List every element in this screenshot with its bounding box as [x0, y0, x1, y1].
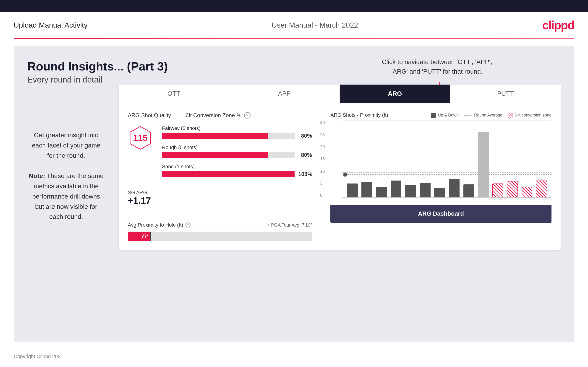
tab-app[interactable]: APP — [229, 84, 340, 103]
chart-bar — [433, 120, 446, 197]
upload-link[interactable]: Upload Manual Activity — [14, 21, 88, 29]
card-left: ARG Shot Quality 6ft Conversion Zone % ?… — [119, 103, 321, 250]
shot-quality-header: ARG Shot Quality 6ft Conversion Zone % ? — [128, 112, 312, 118]
header-divider — [14, 38, 574, 39]
chart-bar-hatched — [492, 120, 504, 197]
shot-bars: Fairway (5 shots) 80% Rough (5 shots) — [162, 125, 312, 183]
chart-bars — [342, 120, 552, 197]
page-subtitle: Every round in detail — [27, 75, 561, 84]
chart-bar — [361, 120, 373, 197]
chart-bar-hatched — [506, 120, 519, 197]
tab-arg[interactable]: ARG — [340, 84, 450, 103]
legend-square-icon — [431, 113, 436, 118]
chart-header: ARG Shots - Proximity (ft) Up & Down Rou… — [330, 112, 552, 118]
chart-bar — [390, 120, 403, 197]
arg-dashboard-button[interactable]: ARG Dashboard — [330, 205, 552, 223]
legend-updown: Up & Down — [431, 113, 459, 118]
chart-bar — [346, 120, 359, 197]
hex-bars-container: 115 Fairway (5 shots) 80% — [128, 125, 312, 183]
bar-fill-sand — [162, 171, 294, 177]
main-content: Round Insights... (Part 3) Every round i… — [14, 46, 574, 342]
prox-bar-fill: 77' — [128, 232, 150, 241]
chart-bar — [375, 120, 388, 197]
bar-fairway: Fairway (5 shots) 80% — [162, 125, 312, 139]
hex-badge: 115 — [128, 125, 153, 150]
chart-wrapper: 30 25 20 15 10 5 0 — [330, 120, 552, 198]
legend-conversion: 6 ft conversion zone — [508, 113, 552, 118]
footer: Copyright Clippd 2021 — [0, 349, 588, 364]
chart-bar-highlight — [477, 120, 490, 197]
help-icon[interactable]: ? — [244, 112, 251, 118]
bar-rough: Rough (5 shots) 80% — [162, 144, 312, 158]
note-label: Note: — [29, 172, 45, 179]
chart-bar-hatched — [535, 120, 548, 197]
conversion-zone-label: 6ft Conversion Zone % — [185, 112, 241, 118]
legend-hatched-icon — [508, 113, 513, 118]
chart-legend: Up & Down Round Average 6 ft conversion … — [431, 113, 552, 118]
legend-round-avg: Round Average — [464, 113, 502, 118]
copyright: Copyright Clippd 2021 — [14, 354, 63, 359]
chart-bar — [419, 120, 432, 197]
prox-help-icon[interactable]: ? — [185, 223, 190, 227]
card-right: ARG Shots - Proximity (ft) Up & Down Rou… — [321, 103, 561, 250]
bar-sand: Sand (1 shots) 100% — [162, 164, 312, 177]
proximity-section: Avg Proximity to Hole (ft) ? ↑ PGA Tour … — [128, 215, 312, 241]
tab-ott[interactable]: OTT — [119, 84, 229, 103]
prox-bar-container: 77' — [128, 232, 312, 241]
chart-bar — [462, 120, 475, 197]
pga-avg: ↑ PGA Tour Avg: 7'10" — [268, 223, 312, 228]
chart-bar — [448, 120, 461, 197]
chart-bar-hatched — [520, 120, 533, 197]
hex-number: 115 — [133, 133, 147, 143]
prox-cursor — [150, 232, 151, 241]
legend-dash-icon — [464, 115, 472, 116]
chart-area: 8 ◄ — [342, 120, 552, 198]
bar-fill-fairway — [162, 133, 268, 139]
logo: clippd — [542, 18, 574, 32]
nav-annotation: Click to navigate between 'OTT', 'APP', … — [382, 57, 492, 76]
bar-fill-rough — [162, 152, 268, 158]
chart-bar — [404, 120, 417, 197]
document-title: User Manual - March 2022 — [272, 21, 358, 29]
tab-putt[interactable]: PUTT — [450, 84, 561, 103]
dashboard-card: OTT APP ARG PUTT ARG Shot Quality 6ft Co… — [119, 84, 561, 250]
shot-quality-label: ARG Shot Quality — [128, 112, 171, 118]
prox-label: Avg Proximity to Hole (ft) — [128, 222, 183, 228]
sg-section: SG ARG +1.17 — [128, 190, 312, 206]
y-axis: 30 25 20 15 10 5 0 — [320, 120, 325, 198]
chart-title: ARG Shots - Proximity (ft) — [330, 112, 388, 118]
left-panel-text: Get greater insight into each facet of y… — [27, 130, 105, 222]
tabs-row: OTT APP ARG PUTT — [119, 84, 561, 103]
header: Upload Manual Activity User Manual - Mar… — [0, 12, 588, 38]
card-body: ARG Shot Quality 6ft Conversion Zone % ?… — [119, 103, 561, 250]
top-bar — [0, 0, 588, 12]
